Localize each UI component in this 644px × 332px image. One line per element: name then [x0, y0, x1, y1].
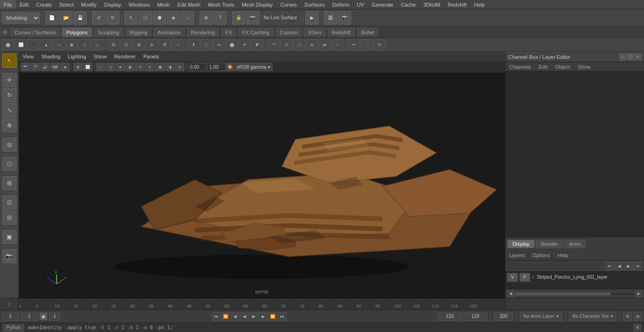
colorspace-dropdown[interactable]: sRGB gamma ▾ — [234, 63, 272, 71]
bevel-btn[interactable]: ⬡ — [200, 39, 213, 50]
char-set-extra-btn[interactable]: ⊞ — [634, 312, 642, 321]
tab-xgen[interactable]: XGen — [303, 27, 326, 37]
sphere-btn[interactable]: ⬤ — [2, 39, 14, 50]
tab-display[interactable]: Display — [507, 240, 535, 248]
menu-surfaces[interactable]: Surfaces — [301, 0, 329, 9]
snap-grid-btn[interactable]: ⊡ — [2, 195, 17, 210]
cylinder-btn[interactable]: ⬛ — [27, 39, 40, 50]
cone-btn[interactable]: ▲ — [40, 39, 52, 50]
vp-menu-show[interactable]: Show — [90, 52, 111, 61]
menu-mesh[interactable]: Mesh — [153, 0, 173, 9]
layers-menu-help[interactable]: Help — [554, 250, 572, 260]
vpt-film-btn[interactable]: 🎬 — [31, 63, 40, 71]
vpt-shade-btn[interactable]: ◐ — [125, 63, 135, 71]
render-btn[interactable]: ▶ — [305, 11, 319, 24]
menu-mesh-display[interactable]: Mesh Display — [238, 0, 277, 9]
menu-deform[interactable]: Deform — [329, 0, 353, 9]
fill-btn[interactable]: ⬤ — [226, 39, 238, 50]
timeline-ruler[interactable]: 1 5 10 15 20 25 30 35 40 45 50 55 60 65 … — [19, 299, 505, 309]
python-tab[interactable]: Python — [3, 324, 24, 332]
vpt-hud-btn[interactable]: ⬜ — [83, 63, 92, 71]
vpt-shadow-btn[interactable]: ◑ — [165, 63, 174, 71]
vp-menu-view[interactable]: View — [19, 52, 38, 61]
transport-prev-key-btn[interactable]: ⏪ — [222, 312, 230, 321]
layers-scrollbar-track[interactable] — [515, 292, 635, 296]
vpt-obj-btn[interactable]: ○ — [96, 63, 105, 71]
vpt-bookmark-btn[interactable]: ◈ — [60, 63, 70, 71]
prism-btn[interactable]: ◇ — [78, 39, 91, 50]
cb-menu-object[interactable]: Object — [551, 62, 574, 71]
channel-box-minimize[interactable]: — — [619, 54, 626, 60]
menu-create[interactable]: Create — [33, 0, 56, 9]
select-btn[interactable]: ↖ — [124, 11, 138, 24]
extrude-btn[interactable]: ⬆ — [188, 39, 200, 50]
range-start-input[interactable] — [438, 312, 462, 321]
tab-curves-surfaces[interactable]: Curves / Surfaces — [9, 27, 61, 37]
relax-btn[interactable]: ≈ — [331, 39, 344, 50]
menu-curves[interactable]: Curves — [277, 0, 301, 9]
sculpt-btn[interactable]: ⋯ — [361, 39, 373, 50]
tab-rendering[interactable]: Rendering — [186, 27, 220, 37]
render-view-btn[interactable]: 🖼 — [324, 11, 337, 24]
viewport[interactable]: View Shading Lighting Show Renderer Pane… — [19, 52, 505, 298]
separate-btn[interactable]: ⊟ — [120, 39, 132, 50]
new-file-btn[interactable]: 📄 — [45, 11, 58, 24]
cb-menu-edit[interactable]: Edit — [535, 62, 551, 71]
menu-mesh-tools[interactable]: Mesh Tools — [204, 0, 238, 9]
camera-nav-btn[interactable]: 📷 — [2, 249, 17, 263]
tab-render[interactable]: Render — [536, 240, 563, 248]
pyramid-btn[interactable]: △ — [91, 39, 103, 50]
tab-custom[interactable]: Custom — [275, 27, 303, 37]
cb-menu-show[interactable]: Show — [574, 62, 594, 71]
snap-btn[interactable]: ◈ — [167, 11, 180, 24]
paint-skin-btn[interactable]: ✏ — [348, 39, 360, 50]
snap-curve-btn[interactable]: ⊟ — [2, 211, 17, 225]
layers-menu-options[interactable]: Options — [528, 250, 554, 260]
cb-menu-channels[interactable]: Channels — [505, 62, 535, 71]
menu-redshift[interactable]: Redshift — [444, 0, 470, 9]
channel-box-close[interactable]: ✕ — [635, 54, 641, 60]
lasso-select-btn[interactable]: ⬡ — [2, 157, 17, 171]
camera2-btn[interactable]: 📸 — [338, 11, 351, 24]
redo-btn[interactable]: ↻ — [106, 11, 119, 24]
tab-fx-caching[interactable]: FX Caching — [237, 27, 274, 37]
camera-btn[interactable]: 📷 — [246, 11, 259, 24]
scale-tool-btn[interactable]: ⤡ — [2, 103, 17, 117]
scroll-right-btn[interactable]: ▶ — [636, 291, 642, 297]
char-set-settings-btn[interactable]: ⚙ — [623, 312, 632, 321]
menu-file[interactable]: File — [0, 0, 16, 9]
scroll-left-btn[interactable]: ◀ — [507, 291, 514, 297]
tab-sculpting[interactable]: Sculpting — [93, 27, 124, 37]
universal-tool-btn[interactable]: ⊕ — [2, 118, 17, 132]
vpt-grid-btn[interactable]: ⊞ — [73, 63, 83, 71]
channel-box-restore[interactable]: ☐ — [627, 54, 634, 60]
char-set-select[interactable]: No Character Set ▾ — [569, 312, 616, 321]
menu-cache[interactable]: Cache — [397, 0, 420, 9]
extract-btn[interactable]: ⊠ — [133, 39, 145, 50]
transport-next-key-btn[interactable]: ⏩ — [269, 312, 277, 321]
menu-windows[interactable]: Windows — [125, 0, 154, 9]
combine-btn[interactable]: ⊞ — [107, 39, 120, 50]
status-settings-btn[interactable]: ⊞ — [634, 324, 641, 332]
vpt-texture-btn[interactable]: 🗸 — [145, 63, 155, 71]
current-frame-input[interactable] — [21, 312, 38, 321]
transport-end-btn[interactable]: ⏭ — [278, 312, 287, 321]
torus-btn[interactable]: ◉ — [66, 39, 78, 50]
transport-forward-frame-btn[interactable]: ▶ — [250, 312, 258, 321]
undo-btn[interactable]: ↺ — [92, 11, 105, 24]
menu-uv[interactable]: UV — [353, 0, 368, 9]
vpt-colorspace-icon[interactable]: 🎨 — [226, 63, 234, 71]
anim-layer-select[interactable]: No Anim Layer ▾ — [520, 312, 562, 321]
tab-bullet[interactable]: Bullet — [356, 27, 380, 37]
bridge-btn[interactable]: ⇔ — [213, 39, 225, 50]
cube-btn[interactable]: ⬜ — [15, 39, 27, 50]
vpt-light-btn[interactable]: ☀ — [135, 63, 145, 71]
move-tool-btn[interactable]: ✛ — [2, 73, 17, 87]
menu-help[interactable]: Help — [471, 0, 489, 9]
open-file-btn[interactable]: 📂 — [59, 11, 73, 24]
lasso-btn[interactable]: ⬡ — [139, 11, 152, 24]
tab-animation[interactable]: Animation — [152, 27, 186, 37]
layer-prev-btn[interactable]: ◀ — [615, 262, 623, 270]
transport-back-frame-btn[interactable]: ◀ — [240, 312, 249, 321]
lock-btn[interactable]: 🔒 — [232, 11, 245, 24]
